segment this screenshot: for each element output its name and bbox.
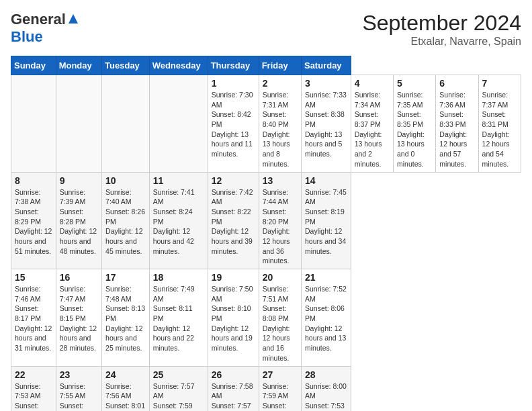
day-cell-16: 16 Sunrise: 7:47 AM Sunset: 8:15 PM Dayl…	[56, 269, 101, 367]
logo-arrow-icon	[67, 13, 79, 25]
logo: General Blue	[11, 11, 79, 46]
week-row-2: 8 Sunrise: 7:38 AM Sunset: 8:29 PM Dayli…	[11, 172, 521, 269]
day-info: Sunrise: 7:39 AM Sunset: 8:28 PM Dayligh…	[60, 187, 98, 257]
day-info: Sunrise: 7:56 AM Sunset: 8:01 PM Dayligh…	[105, 381, 146, 412]
day-cell-21: 21 Sunrise: 7:52 AM Sunset: 8:06 PM Dayl…	[301, 269, 351, 367]
day-number: 18	[153, 272, 204, 283]
day-cell-25: 25 Sunrise: 7:57 AM Sunset: 7:59 PM Dayl…	[149, 366, 208, 411]
col-header-tuesday: Tuesday	[102, 56, 150, 75]
empty-cell	[56, 75, 101, 173]
day-info: Sunrise: 7:48 AM Sunset: 8:13 PM Dayligh…	[105, 284, 146, 353]
day-cell-22: 22 Sunrise: 7:53 AM Sunset: 8:04 PM Dayl…	[11, 366, 56, 411]
day-info: Sunrise: 8:00 AM Sunset: 7:53 PM Dayligh…	[305, 381, 347, 412]
day-number: 4	[355, 78, 390, 89]
col-header-saturday: Saturday	[301, 56, 351, 75]
day-info: Sunrise: 7:34 AM Sunset: 8:37 PM Dayligh…	[355, 90, 390, 169]
day-number: 28	[305, 369, 347, 380]
day-cell-26: 26 Sunrise: 7:58 AM Sunset: 7:57 PM Dayl…	[208, 366, 259, 411]
day-number: 13	[263, 175, 298, 186]
day-number: 8	[15, 175, 52, 186]
logo-general: General	[11, 11, 66, 28]
day-info: Sunrise: 7:33 AM Sunset: 8:38 PM Dayligh…	[305, 90, 347, 159]
day-cell-11: 11 Sunrise: 7:41 AM Sunset: 8:24 PM Dayl…	[149, 172, 208, 269]
day-number: 2	[263, 78, 298, 89]
day-number: 10	[105, 175, 146, 186]
day-number: 11	[153, 175, 204, 186]
day-cell-3: 3 Sunrise: 7:33 AM Sunset: 8:38 PM Dayli…	[301, 75, 351, 173]
day-cell-15: 15 Sunrise: 7:46 AM Sunset: 8:17 PM Dayl…	[11, 269, 56, 367]
day-info: Sunrise: 7:47 AM Sunset: 8:15 PM Dayligh…	[60, 284, 98, 353]
day-cell-17: 17 Sunrise: 7:48 AM Sunset: 8:13 PM Dayl…	[102, 269, 150, 367]
day-cell-13: 13 Sunrise: 7:44 AM Sunset: 8:20 PM Dayl…	[259, 172, 301, 269]
day-number: 23	[60, 369, 98, 380]
week-row-4: 22 Sunrise: 7:53 AM Sunset: 8:04 PM Dayl…	[11, 366, 521, 411]
day-info: Sunrise: 7:30 AM Sunset: 8:42 PM Dayligh…	[212, 90, 255, 159]
page-title: September 2024	[362, 11, 521, 36]
col-header-wednesday: Wednesday	[149, 56, 208, 75]
day-info: Sunrise: 7:59 AM Sunset: 7:55 PM Dayligh…	[263, 381, 298, 412]
day-info: Sunrise: 7:41 AM Sunset: 8:24 PM Dayligh…	[153, 187, 204, 257]
day-number: 3	[305, 78, 347, 89]
day-info: Sunrise: 7:37 AM Sunset: 8:31 PM Dayligh…	[482, 90, 517, 169]
page-subtitle: Etxalar, Navarre, Spain	[362, 36, 521, 48]
col-header-sunday: Sunday	[11, 56, 56, 75]
title-area: September 2024 Etxalar, Navarre, Spain	[362, 11, 521, 48]
week-row-1: 1 Sunrise: 7:30 AM Sunset: 8:42 PM Dayli…	[11, 75, 521, 173]
empty-cell	[102, 75, 150, 173]
day-info: Sunrise: 7:36 AM Sunset: 8:33 PM Dayligh…	[439, 90, 474, 169]
day-cell-9: 9 Sunrise: 7:39 AM Sunset: 8:28 PM Dayli…	[56, 172, 101, 269]
day-cell-28: 28 Sunrise: 8:00 AM Sunset: 7:53 PM Dayl…	[301, 366, 351, 411]
day-number: 22	[15, 369, 52, 380]
day-info: Sunrise: 7:42 AM Sunset: 8:22 PM Dayligh…	[212, 187, 255, 257]
day-number: 17	[105, 272, 146, 283]
day-info: Sunrise: 7:40 AM Sunset: 8:26 PM Dayligh…	[105, 187, 146, 257]
day-info: Sunrise: 7:44 AM Sunset: 8:20 PM Dayligh…	[263, 187, 298, 267]
day-cell-6: 6 Sunrise: 7:36 AM Sunset: 8:33 PM Dayli…	[436, 75, 478, 173]
day-number: 21	[305, 272, 347, 283]
day-cell-5: 5 Sunrise: 7:35 AM Sunset: 8:35 PM Dayli…	[393, 75, 435, 173]
day-info: Sunrise: 7:58 AM Sunset: 7:57 PM Dayligh…	[212, 381, 255, 412]
day-number: 27	[263, 369, 298, 380]
day-number: 26	[212, 369, 255, 380]
day-number: 6	[439, 78, 474, 89]
col-header-friday: Friday	[259, 56, 301, 75]
day-cell-1: 1 Sunrise: 7:30 AM Sunset: 8:42 PM Dayli…	[208, 75, 259, 173]
day-number: 20	[263, 272, 298, 283]
day-info: Sunrise: 7:45 AM Sunset: 8:19 PM Dayligh…	[305, 187, 347, 257]
day-cell-24: 24 Sunrise: 7:56 AM Sunset: 8:01 PM Dayl…	[102, 366, 150, 411]
day-info: Sunrise: 7:35 AM Sunset: 8:35 PM Dayligh…	[397, 90, 432, 169]
day-cell-18: 18 Sunrise: 7:49 AM Sunset: 8:11 PM Dayl…	[149, 269, 208, 367]
day-cell-27: 27 Sunrise: 7:59 AM Sunset: 7:55 PM Dayl…	[259, 366, 301, 411]
day-number: 1	[212, 78, 255, 89]
day-info: Sunrise: 7:49 AM Sunset: 8:11 PM Dayligh…	[153, 284, 204, 353]
empty-cell	[11, 75, 56, 173]
day-cell-10: 10 Sunrise: 7:40 AM Sunset: 8:26 PM Dayl…	[102, 172, 150, 269]
day-cell-23: 23 Sunrise: 7:55 AM Sunset: 8:02 PM Dayl…	[56, 366, 101, 411]
day-cell-4: 4 Sunrise: 7:34 AM Sunset: 8:37 PM Dayli…	[351, 75, 393, 173]
page-header: General Blue September 2024 Etxalar, Nav…	[11, 11, 521, 48]
day-cell-12: 12 Sunrise: 7:42 AM Sunset: 8:22 PM Dayl…	[208, 172, 259, 269]
logo-blue: Blue	[11, 28, 43, 45]
day-number: 5	[397, 78, 432, 89]
day-info: Sunrise: 7:50 AM Sunset: 8:10 PM Dayligh…	[212, 284, 255, 353]
header-row: SundayMondayTuesdayWednesdayThursdayFrid…	[11, 56, 521, 75]
day-cell-20: 20 Sunrise: 7:51 AM Sunset: 8:08 PM Dayl…	[259, 269, 301, 367]
day-number: 16	[60, 272, 98, 283]
day-info: Sunrise: 7:57 AM Sunset: 7:59 PM Dayligh…	[153, 381, 204, 412]
day-number: 14	[305, 175, 347, 186]
day-number: 7	[482, 78, 517, 89]
day-info: Sunrise: 7:53 AM Sunset: 8:04 PM Dayligh…	[15, 381, 52, 412]
col-header-monday: Monday	[56, 56, 101, 75]
empty-cell	[149, 75, 208, 173]
day-info: Sunrise: 7:55 AM Sunset: 8:02 PM Dayligh…	[60, 381, 98, 412]
day-number: 19	[212, 272, 255, 283]
day-info: Sunrise: 7:51 AM Sunset: 8:08 PM Dayligh…	[263, 284, 298, 363]
day-number: 15	[15, 272, 52, 283]
calendar-table: SundayMondayTuesdayWednesdayThursdayFrid…	[11, 56, 521, 411]
day-info: Sunrise: 7:46 AM Sunset: 8:17 PM Dayligh…	[15, 284, 52, 353]
col-header-thursday: Thursday	[208, 56, 259, 75]
week-row-3: 15 Sunrise: 7:46 AM Sunset: 8:17 PM Dayl…	[11, 269, 521, 367]
day-info: Sunrise: 7:52 AM Sunset: 8:06 PM Dayligh…	[305, 284, 347, 353]
day-info: Sunrise: 7:31 AM Sunset: 8:40 PM Dayligh…	[263, 90, 298, 169]
day-number: 25	[153, 369, 204, 380]
